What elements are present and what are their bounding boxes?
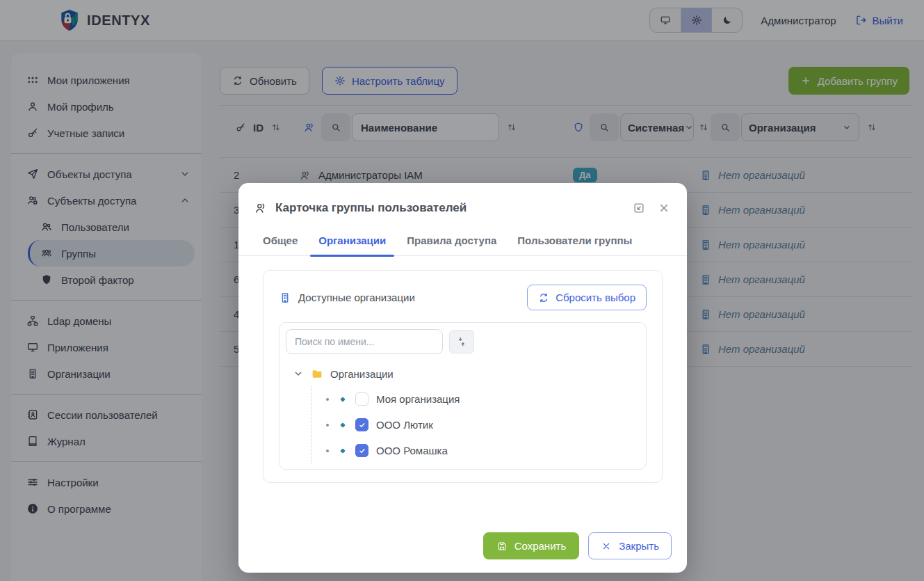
collapse-all-button[interactable] bbox=[449, 330, 474, 353]
tree-children: Моя организация ООО Лютик ООО bbox=[311, 386, 640, 463]
refresh-icon bbox=[538, 292, 549, 303]
folder-icon bbox=[311, 367, 323, 380]
close-button[interactable]: Закрыть bbox=[588, 532, 672, 559]
close-icon bbox=[601, 541, 612, 552]
panel-header: Доступные организации Сбросить выбор bbox=[279, 285, 647, 310]
tree-root[interactable]: Организации bbox=[293, 361, 640, 386]
org-tree: Организации Моя организация bbox=[286, 361, 640, 463]
modal-title: Карточка группы пользователей bbox=[275, 201, 467, 215]
chevron-down-icon bbox=[293, 368, 304, 379]
organizations-panel: Доступные организации Сбросить выбор Орг… bbox=[263, 270, 663, 483]
group-icon bbox=[254, 201, 268, 215]
tab-general[interactable]: Общее bbox=[263, 234, 298, 255]
reset-selection-button[interactable]: Сбросить выбор bbox=[527, 285, 647, 310]
org-checkbox[interactable] bbox=[355, 444, 368, 457]
group-card-modal: Карточка группы пользователей Общее Орга… bbox=[238, 183, 687, 573]
tree-bullet bbox=[326, 398, 329, 401]
modal-tabs: Общее Организации Правила доступа Пользо… bbox=[238, 234, 687, 256]
org-label: ООО Лютик bbox=[376, 419, 433, 431]
tree-bullet bbox=[326, 424, 329, 427]
org-tree-box: Организации Моя организация bbox=[279, 322, 647, 470]
modal-footer: Сохранить Закрыть bbox=[483, 532, 672, 559]
checkbox-check-icon bbox=[357, 420, 367, 430]
modal-header: Карточка группы пользователей bbox=[238, 183, 687, 215]
diamond-icon bbox=[337, 445, 348, 456]
tab-access-rules[interactable]: Правила доступа bbox=[407, 234, 496, 255]
org-checkbox[interactable] bbox=[355, 392, 368, 406]
tree-bullet bbox=[326, 449, 329, 452]
checkbox-check-icon bbox=[357, 446, 367, 456]
diamond-icon bbox=[337, 394, 348, 405]
tree-search-row bbox=[286, 329, 640, 354]
tree-search-input[interactable] bbox=[286, 329, 443, 354]
expand-modal-button[interactable] bbox=[633, 202, 645, 214]
expand-icon bbox=[633, 202, 645, 214]
app-root: IDENTYX Администратор Выйти Мои приложен… bbox=[0, 0, 924, 581]
tree-item: ООО Ромашка bbox=[311, 438, 640, 463]
tab-organizations[interactable]: Организации bbox=[318, 234, 386, 255]
collapse-icon bbox=[456, 336, 467, 347]
close-icon bbox=[658, 202, 670, 214]
org-checkbox[interactable] bbox=[355, 418, 368, 431]
diamond-icon bbox=[337, 420, 348, 431]
save-icon bbox=[496, 541, 508, 552]
close-modal-button[interactable] bbox=[658, 202, 670, 214]
tree-item: ООО Лютик bbox=[311, 412, 640, 438]
tree-root-label: Организации bbox=[330, 368, 394, 380]
tree-item: Моя организация bbox=[311, 386, 640, 412]
save-button[interactable]: Сохранить bbox=[483, 532, 580, 559]
building-icon bbox=[279, 292, 291, 304]
tab-group-users[interactable]: Пользователи группы bbox=[517, 234, 632, 255]
org-label: ООО Ромашка bbox=[376, 445, 448, 456]
org-label: Моя организация bbox=[376, 393, 460, 405]
panel-title: Доступные организации bbox=[298, 292, 415, 303]
